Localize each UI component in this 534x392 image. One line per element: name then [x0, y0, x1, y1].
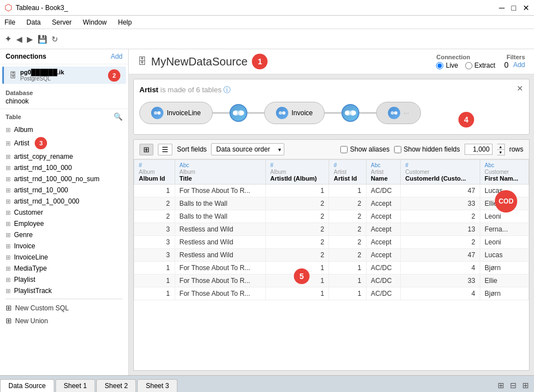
cell: 2	[265, 249, 329, 262]
rows-input[interactable]	[465, 144, 493, 155]
rows-up-button[interactable]: ▲	[497, 144, 504, 150]
toolbar-refresh-button[interactable]: ↻	[51, 35, 58, 44]
canvas-close-button[interactable]: ✕	[517, 84, 523, 93]
database-value: chinook	[6, 97, 123, 105]
table-item-invoiceline[interactable]: ⊞ InvoiceLine	[0, 252, 128, 263]
col-artist-id[interactable]: # Artist Artist Id	[329, 160, 366, 185]
minimize-button[interactable]: ─	[499, 3, 505, 12]
table-item-playlisttrack[interactable]: ⊞ PlaylistTrack	[0, 285, 128, 296]
new-union-button[interactable]: ⊞ New Union	[0, 314, 128, 327]
rows-stepper[interactable]: ▲ ▼	[497, 144, 505, 155]
table-item-artist[interactable]: ⊞ Artist 3	[0, 135, 128, 151]
new-story-button[interactable]: ⊞	[521, 381, 531, 390]
cell: 3	[134, 223, 175, 236]
titlebar-controls[interactable]: ─ □ ✕	[499, 3, 530, 12]
col-firstname[interactable]: Abc Customer First Nam...	[480, 160, 528, 185]
more-label: ···	[404, 109, 409, 117]
toolbar-forward-button[interactable]: ▶	[27, 35, 33, 44]
col-album-id[interactable]: # Album Album Id	[134, 160, 175, 185]
table-name-artist-copy: artist_copy_rename	[14, 153, 73, 160]
tables-canvas: Artist is made of 6 tables ⓘ InvoiceLine	[133, 79, 530, 135]
sort-dropdown[interactable]: Data source order Alphabetic	[211, 143, 284, 155]
col-source-customerid: Customer	[405, 169, 475, 175]
add-filter-button[interactable]: Add	[513, 61, 525, 69]
cell: Ellie	[480, 275, 528, 287]
maximize-button[interactable]: □	[512, 3, 516, 12]
menu-window[interactable]: Window	[81, 17, 109, 27]
table-box-more[interactable]: ···	[376, 102, 421, 124]
tab-sheet2[interactable]: Sheet 2	[96, 379, 136, 392]
info-icon[interactable]: ⓘ	[223, 86, 231, 94]
cell: 2	[265, 210, 329, 223]
table-box-invoiceline[interactable]: InvoiceLine	[139, 102, 213, 124]
connection-item[interactable]: 🗄 pg0██████.ik PostgreSQL 2	[2, 67, 126, 84]
connector-line-2	[247, 112, 264, 114]
table-item-album[interactable]: ⊞ Album	[0, 124, 128, 135]
toolbar-home-icon[interactable]: ✦	[4, 34, 12, 44]
col-source-firstname: Customer	[485, 169, 524, 175]
join-connector-2[interactable]	[341, 104, 359, 122]
show-hidden-label[interactable]: Show hidden fields	[394, 145, 460, 153]
main-layout: Connections Add 🗄 pg0██████.ik PostgreSQ…	[0, 49, 534, 375]
table-box-invoice[interactable]: Invoice	[264, 102, 325, 124]
toolbar-save-button[interactable]: 💾	[38, 35, 47, 44]
col-artistid-album[interactable]: # Album ArtistId (Album)	[265, 160, 329, 185]
menu-data[interactable]: Data	[24, 17, 43, 27]
table-item-employee[interactable]: ⊞ Employee	[0, 218, 128, 229]
close-button[interactable]: ✕	[523, 3, 530, 12]
new-custom-sql-icon: ⊞	[6, 304, 12, 312]
menu-help[interactable]: Help	[116, 17, 134, 27]
tab-data-source[interactable]: Data Source	[0, 379, 54, 392]
show-aliases-label[interactable]: Show aliases	[340, 145, 390, 153]
list-view-button[interactable]: ☰	[158, 144, 172, 155]
col-name[interactable]: Abc Artist Name	[366, 160, 401, 185]
cell: 1	[329, 287, 366, 300]
tab-sheet3[interactable]: Sheet 3	[137, 379, 177, 392]
table-item-artist-rnd-10[interactable]: ⊞ artist_rnd_10_000	[0, 185, 128, 196]
extract-radio[interactable]: Extract	[465, 62, 495, 69]
cell: 47	[401, 249, 480, 262]
table-search-icon[interactable]: 🔍	[114, 112, 123, 121]
new-sheet-button[interactable]: ⊞	[496, 381, 506, 390]
join-connector[interactable]	[229, 104, 247, 122]
table-item-playlist[interactable]: ⊞ Playlist	[0, 274, 128, 285]
new-custom-sql-button[interactable]: ⊞ New Custom SQL	[0, 301, 128, 314]
menu-file[interactable]: File	[2, 17, 17, 27]
toolbar: ✦ ◀ ▶ 💾 ↻	[0, 29, 534, 49]
cell: Accept	[366, 197, 401, 210]
table-row: 1 For Those About To R... 1 1 AC/DC 4 Bj…	[134, 262, 529, 275]
cell: Accept	[366, 236, 401, 249]
table-item-genre[interactable]: ⊞ Genre	[0, 229, 128, 240]
table-item-invoice[interactable]: ⊞ Invoice	[0, 240, 128, 252]
live-radio[interactable]: Live	[436, 62, 458, 69]
cod-badge: COD	[495, 190, 517, 212]
col-title[interactable]: Abc Album Title	[175, 160, 265, 185]
add-connection-button[interactable]: Add	[111, 53, 123, 60]
grid-view-button[interactable]: ⊞	[139, 144, 153, 155]
data-table-wrapper[interactable]: # Album Album Id Abc Album Title #	[134, 159, 529, 370]
table-grid-icon: ⊞	[6, 126, 11, 134]
table-item-artist-copy[interactable]: ⊞ artist_copy_rename	[0, 151, 128, 162]
table-item-artist-rnd-1m[interactable]: ⊞ artist_rnd_1_000_000	[0, 196, 128, 207]
table-item-artist-rnd-100[interactable]: ⊞ artist_rnd_100_000	[0, 162, 128, 173]
cell: 3	[134, 249, 175, 262]
toolbar-back-button[interactable]: ◀	[16, 35, 22, 44]
rows-down-button[interactable]: ▼	[497, 150, 504, 155]
cell: 4	[401, 262, 480, 275]
col-customerid[interactable]: # Customer CustomerId (Custo...	[401, 160, 480, 185]
cell: 33	[401, 197, 480, 210]
show-hidden-checkbox[interactable]	[394, 146, 401, 153]
datasource-name[interactable]: MyNewDataSource	[151, 55, 247, 68]
table-item-artist-rnd-100-nosum[interactable]: ⊞ artist_rnd_100_000_no_sum	[0, 173, 128, 185]
tab-sheet1[interactable]: Sheet 1	[55, 379, 95, 392]
show-aliases-checkbox[interactable]	[340, 146, 348, 153]
menu-server[interactable]: Server	[50, 17, 74, 27]
new-dashboard-button[interactable]: ⊟	[508, 381, 518, 390]
bottom-tabs: Data Source Sheet 1 Sheet 2 Sheet 3 ⊞ ⊟ …	[0, 375, 534, 392]
table-item-customer[interactable]: ⊞ Customer	[0, 207, 128, 218]
table-item-mediatype[interactable]: ⊞ MediaType	[0, 263, 128, 274]
col-name-artistid: Artist Id	[334, 175, 361, 182]
live-radio-input[interactable]	[436, 62, 443, 69]
extract-radio-input[interactable]	[465, 62, 472, 69]
table-node-invoice: Invoice	[264, 102, 325, 124]
